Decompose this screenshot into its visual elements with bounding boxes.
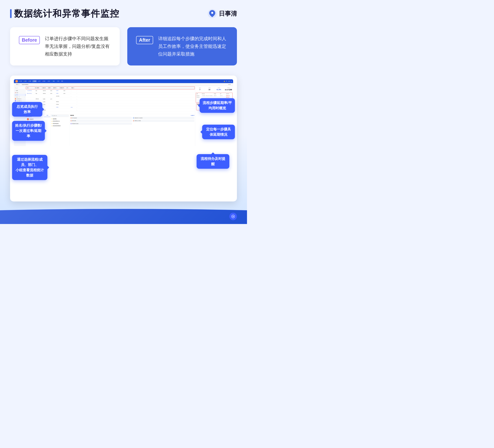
app-chrome: A 日程 目标 项目 [14,79,233,146]
td-steps-5 [36,102,43,102]
flow-item-signed[interactable]: ▶ 【已停用】合... [14,100,25,102]
td-wh-2: -- [70,93,76,94]
quick-item-test[interactable]: 测试版爆打造流程 [70,122,132,125]
team-item-weekly[interactable]: 听客来周报小组 [51,120,69,122]
quick-item-hit2[interactable]: 爆打造流程 [70,120,132,122]
table-row-4[interactable]: 1534.4天 9.09% 1174 -- -- [25,98,195,100]
td-perf-5: -- [76,101,82,102]
middle-area: 姓名 ⇕ 执行步骤数 ⇕ 一次通过率 ⇕ [25,86,195,146]
flow-icon-signed: ▶ [15,100,16,101]
td-dtime-3: 212.06天 [56,95,63,97]
grid-icon[interactable]: ⊞ [231,81,232,82]
td-delay-6 [50,104,56,105]
table-row-5[interactable]: 3.73% 95.08天 -- [25,100,195,103]
table-row-2[interactable]: 周梅 (马依依) 538 99.81% 0.0% 0.08时 0.0% -- -… [25,92,195,95]
flow-item-newproduct[interactable]: ▶ 新品发布 [26,118,50,121]
nav-item-review[interactable]: 复盘 [51,80,55,82]
table-row-3[interactable]: 212.06天 -- -- [25,95,195,98]
nav-item-goal[interactable]: 目标 [23,80,27,82]
callout-name-steps: 姓名/执行步骤数/ 一次通过率/延期率 [12,121,45,141]
create-app-button[interactable]: + 创建应用 [190,115,194,116]
nav-item-stats[interactable]: 统计 [56,80,60,82]
export-icon: ⬆ [228,84,229,85]
th-performance: 绩效分 ⇕ [71,87,76,89]
owner-label: 所有人 [16,84,19,85]
delay-row-1[interactable]: 工美计划 《绿色星球》·环球公益广告·普通优先 普通优先 森木文化 延迟2.0小… [196,95,232,96]
delay-row-2[interactable]: 工美计划 延迟1.25天 [196,96,232,98]
nav-item-knowledge[interactable]: 知识 [47,80,51,82]
table-row-8[interactable]: 江河 (申俊涛) 131 100.0% -- -- [25,109,195,111]
td-dsub-8 [63,110,70,110]
td-dtime-5: 95.08天 [56,101,63,102]
quick-title: 快速发起 + 创建应用 [70,115,194,116]
template-select[interactable]: 请选择流程模板 ▾ [21,84,29,85]
sidebar-item-recommend[interactable]: ☆ 推荐 [14,90,25,92]
stat-label-delay: 延期率 [215,87,223,88]
bell-icon[interactable]: 🔔 [224,81,225,82]
nav-label-more: 更多 [61,81,63,82]
team-dot-project [52,123,52,124]
td-delay-2: 0.0% [50,93,56,94]
group-search[interactable]: 🔍 搜索小组 [51,115,69,117]
table-row-7[interactable]: 0.08时 0.0% -- [25,106,195,109]
sidebar-item-stats[interactable]: 📊 统计 [14,94,25,96]
recommend-label: 推荐 [16,90,18,91]
search-icon[interactable]: 🔍 [226,81,228,82]
nav-item-more[interactable]: 更多 [61,80,64,82]
before-card: Before 订单进行步骤中不同问题发生频率无法掌握，问题分析/复盘没有相应数据… [10,27,120,65]
team-name-weihu: 威虎团队 [53,118,57,119]
nav-label-flow: 流程 [34,81,36,82]
nav-label-execute: 执行 [39,81,41,82]
td-perf-1: -- [76,90,82,91]
sidebar-item-pending[interactable]: ⏰ 待办 [14,92,25,94]
quick-dot-recruit [133,118,134,118]
team-item-project[interactable]: 听客来项目组 [51,122,69,125]
svg-point-3 [233,216,234,217]
td-wh-4: -- [70,98,76,99]
header: 数据统计和异常事件监控 日事清 [10,8,237,20]
nav-item-flow[interactable]: 流程 [32,80,37,82]
logo-text: 日事清 [219,10,237,18]
nav-item-perf[interactable]: 绩效 [42,80,46,82]
settings-icon[interactable]: ⚙️ [228,81,230,82]
search-icon-group: 🔍 [52,115,53,116]
table-row-1[interactable]: 二超 (李管理) 644 98.75% 0.0% 0.08时 0.0% -- -… [25,89,195,92]
td-perf-6: -- [76,104,82,105]
owner-select[interactable]: 所有人 ▾ [15,84,20,85]
export-button[interactable]: ⬆ 导出 [227,84,232,85]
td-wh-5 [70,102,76,102]
before-badge: Before [19,36,40,44]
team-list: 威虎团队 听客来周报小组 听客来项目组 [50,117,69,146]
nav-item-execute[interactable]: 执行 [37,80,41,82]
stats-label: 统计 [16,94,18,95]
td-dsub-7 [63,107,70,107]
expand-icon[interactable]: › [24,96,25,97]
screenshot-container: A 日程 目标 项目 [14,79,233,198]
team-item-weihu[interactable]: 威虎团队 [51,118,69,120]
quick-item-recruit[interactable]: 招销流程#【正式使用】 [133,117,194,119]
stat-value-delay: 61.9% [215,89,223,91]
td-pass-3 [43,96,50,96]
tab-group[interactable]: 小组 [44,114,50,117]
quick-launch-section: 快速发起 + 创建应用 客户追踪流程 [69,114,195,146]
td-dtime-2: 0.08时 [56,93,63,94]
top-nav: A 日程 目标 项目 [14,79,233,83]
nav-item-project[interactable]: 项目 [28,80,32,82]
stat-value-avgtime: 10.37分钟 [224,89,233,91]
sidebar-search[interactable]: 🔍 搜索 [15,87,25,89]
stat-value-inprogress: 7 [196,89,204,91]
quick-dot-customer [71,118,72,118]
team-item-research[interactable]: 听客来需求调研群 [51,125,69,127]
nav-label-review: 复盘 [53,81,55,82]
flow-item-trial[interactable]: ▶ 试用期培训学... [14,98,25,100]
td-perf-2: -- [76,93,82,94]
page-title: 数据统计和异常事件监控 [14,8,120,20]
quick-item-customer[interactable]: 客户追踪流程 [70,117,132,119]
comparison-section: Before 订单进行步骤中不同问题发生频率无法掌握，问题分析/复盘没有相应数据… [10,27,237,65]
nav-item-schedule[interactable]: 日程 [18,80,23,82]
table-row-6[interactable]: 1.27% 57.85天 -- [25,103,195,106]
quick-item-ecommerce[interactable]: 电商新品上架流程 [133,120,194,122]
owner-chevron: ▾ [19,84,19,85]
td-wh-1: -- [70,90,76,91]
td-perf-8: -- [76,109,82,111]
